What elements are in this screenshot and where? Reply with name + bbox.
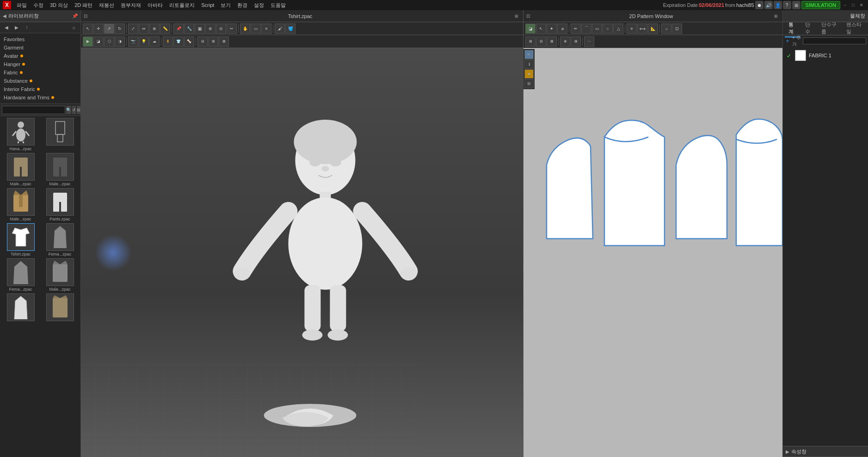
minimize-icon[interactable]: － (841, 1, 849, 9)
simulation-button[interactable]: SIMULATION (801, 1, 840, 9)
menu-retopo[interactable]: 리토폴로지 (166, 1, 197, 10)
thumb-item-tshirt[interactable]: Tshirt.zpac (2, 223, 39, 256)
nav-home-icon[interactable]: ⌂ (69, 24, 79, 32)
tool-snap[interactable]: ⊕ (149, 24, 160, 34)
menu-view[interactable]: 보기 (218, 1, 234, 10)
tool-camera[interactable]: 📷 (128, 37, 138, 47)
nav-back-icon[interactable]: ◀ (2, 24, 11, 32)
user-icon[interactable]: 👤 (774, 1, 782, 9)
tool-elastic[interactable]: ⊝ (216, 24, 226, 34)
tool-3d-extra2[interactable]: ⊞ (208, 37, 218, 47)
pattern-piece-3[interactable] (676, 135, 727, 238)
viewport-2d-expand-icon[interactable]: ⊡ (526, 13, 530, 18)
tool-avatar-view[interactable]: 🧍 (163, 37, 173, 47)
tab-render[interactable]: 렌스타일 (843, 20, 866, 37)
2d-grid-btn[interactable]: ⊞ (571, 37, 581, 47)
thumb-item-pants-khaki[interactable]: Male...zpac (2, 153, 39, 186)
tab-group[interactable]: 단수구룹 (818, 20, 841, 37)
thumb-item-pants-dark[interactable]: Male...zpac (41, 153, 79, 186)
thumb-item-jacket[interactable]: Male...zpac (2, 188, 39, 221)
tool-seam[interactable]: ≡ (261, 24, 271, 34)
2d-tool-point[interactable]: ✦ (547, 24, 557, 34)
menu-help[interactable]: 도움말 (268, 1, 289, 10)
fabric-input[interactable] (803, 37, 866, 44)
tool-mirror[interactable]: ⇔ (139, 24, 149, 34)
maximize-icon[interactable]: □ (850, 1, 857, 9)
thumb-item-dress[interactable]: Fema...zpac (41, 223, 79, 256)
library-pin-icon[interactable]: 📌 (72, 13, 78, 18)
tool-move[interactable]: ✛ (93, 24, 104, 34)
menu-material[interactable]: 원부자재 (118, 1, 144, 10)
viewport-3d-expand-icon[interactable]: ⊡ (84, 13, 87, 18)
layout-icon[interactable]: ⊞ (792, 1, 800, 9)
thumb-item-blank[interactable] (41, 118, 79, 151)
library-collapse-icon[interactable]: ◀ (3, 13, 6, 18)
record-icon[interactable]: ⏺ (755, 1, 763, 9)
menu-2d-pattern[interactable]: 2D 패턴 (72, 1, 95, 10)
2d-tool-circle[interactable]: ○ (603, 24, 613, 34)
tool-fill[interactable]: 🪣 (285, 24, 295, 34)
category-interior-fabric[interactable]: Interior Fabric (0, 85, 80, 93)
pattern-canvas[interactable] (523, 48, 782, 457)
2d-tool-trace[interactable]: ⌕ (661, 24, 671, 34)
menu-seam[interactable]: 재봉선 (96, 1, 117, 10)
tool-tack[interactable]: 🔧 (184, 24, 194, 34)
tool-trim[interactable]: ✂ (227, 24, 237, 34)
2d-view-btn2[interactable]: ⊟ (536, 37, 546, 47)
tab-single[interactable]: 단수 (801, 20, 817, 37)
menu-script[interactable]: Script (198, 1, 217, 9)
menu-settings[interactable]: 설정 (251, 1, 267, 10)
tool-bone[interactable]: 🦴 (184, 37, 194, 47)
2d-tool-bezier[interactable]: ⌒ (581, 24, 591, 34)
menu-3d-garment[interactable]: 3D 의상 (47, 1, 71, 10)
2d-snap-btn[interactable]: ⊕ (560, 37, 570, 47)
category-substance[interactable]: Substance (0, 77, 80, 85)
menu-avatar[interactable]: 아바타 (145, 1, 166, 10)
category-favorites[interactable]: Favorites (0, 35, 80, 43)
viewport-2d-expand-btn[interactable]: ⊞ (772, 12, 780, 20)
pattern-piece-4[interactable] (736, 119, 782, 246)
category-hardware-trims[interactable]: Hardware and Trims (0, 93, 80, 102)
tool-rotate[interactable]: ↻ (115, 24, 125, 34)
search-button[interactable]: 🔍 (66, 106, 71, 114)
tool-paint[interactable]: 🖌 (275, 24, 285, 34)
menu-file[interactable]: 파일 (14, 1, 30, 10)
nav-up-icon[interactable]: ↑ (22, 24, 31, 32)
2d-tool-measure[interactable]: 📐 (648, 24, 658, 34)
tool-3d-extra3[interactable]: ⊠ (219, 37, 229, 47)
tool-3d-extra1[interactable]: ⊟ (197, 37, 208, 47)
tool-flatten[interactable]: ▭ (251, 24, 261, 34)
2d-left-grid-icon[interactable]: ⊞ (524, 79, 534, 88)
tool-wireframe[interactable]: ⬡ (104, 37, 114, 47)
tool-shadow[interactable]: ☁ (149, 37, 160, 47)
2d-tool-grain[interactable]: ⟷ (637, 24, 647, 34)
2d-tool-select[interactable]: ◪ (525, 24, 536, 34)
2d-tool-dart[interactable]: △ (613, 24, 623, 34)
2d-tool-pen[interactable]: ✏ (571, 24, 581, 34)
volume-icon[interactable]: 🔊 (764, 1, 773, 9)
category-garment[interactable]: Garment (0, 43, 80, 52)
tool-cloth-view[interactable]: 👕 (173, 37, 184, 47)
2d-view-btn3[interactable]: ⊠ (547, 37, 557, 47)
tool-transform[interactable]: ↗ (104, 24, 114, 34)
tool-scale[interactable]: ⤢ (128, 24, 138, 34)
tool-view-front[interactable]: ▶ (83, 37, 93, 47)
nav-forward-icon[interactable]: ▶ (12, 24, 21, 32)
viewport-3d-canvas[interactable] (81, 48, 523, 457)
tool-measure[interactable]: 📏 (160, 24, 170, 34)
2d-tool-shape[interactable]: ▭ (592, 24, 602, 34)
pattern-piece-2[interactable] (604, 120, 665, 245)
thumb-item-coat[interactable] (41, 293, 79, 322)
viewport-3d-expand-btn[interactable]: ⊞ (513, 12, 520, 20)
2d-tool-seam[interactable]: ≡ (627, 24, 637, 34)
2d-left-star-icon[interactable]: ★ (524, 69, 534, 79)
attributes-header[interactable]: ▶ 속성창 (783, 446, 868, 457)
menu-env[interactable]: 환경 (234, 1, 250, 10)
grid-view-button[interactable]: ⊞ (77, 106, 80, 114)
close-icon[interactable]: ✕ (858, 1, 865, 9)
category-fabric[interactable]: Fabric (0, 68, 80, 77)
2d-left-arrow-icon[interactable]: ↖ (524, 50, 534, 59)
tool-shading[interactable]: ◑ (115, 37, 125, 47)
tool-light[interactable]: 💡 (139, 37, 149, 47)
2d-extra-btn[interactable]: ⋯ (584, 37, 594, 47)
